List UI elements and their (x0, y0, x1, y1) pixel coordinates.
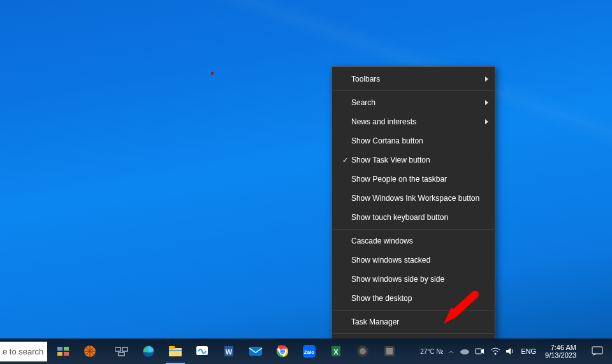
weather-widget[interactable]: 27°C Nang rai rac (418, 346, 443, 357)
app-excel-icon[interactable]: X (323, 339, 349, 364)
menu-label: Show touch keyboard button (351, 213, 479, 222)
svg-rect-7 (115, 347, 120, 351)
menu-item-news-interests[interactable]: News and interests (332, 112, 495, 131)
menu-label: Search (351, 98, 479, 107)
chevron-right-icon (479, 75, 488, 84)
clock-time: 7:46 AM (545, 344, 576, 351)
svg-rect-9 (119, 353, 124, 356)
menu-item-cascade[interactable]: Cascade windows (332, 231, 495, 251)
menu-label: Show Windows Ink Workspace button (351, 194, 479, 203)
app-word-icon[interactable]: W (215, 339, 242, 364)
chevron-right-icon (479, 98, 488, 107)
menu-separator (333, 229, 494, 229)
svg-rect-4 (57, 352, 62, 356)
svg-rect-8 (122, 347, 127, 351)
menu-separator (333, 310, 494, 310)
svg-point-21 (281, 350, 284, 353)
menu-item-sidebyside[interactable]: Show windows side by side (332, 270, 495, 289)
menu-label: Show windows stacked (351, 256, 479, 265)
menu-separator (333, 91, 494, 91)
chevron-right-icon (479, 117, 488, 126)
meet-now-icon[interactable] (475, 347, 485, 355)
app-misc-icon[interactable] (50, 339, 76, 364)
check-icon: ✓ (342, 156, 348, 164)
menu-label: Task Manager (351, 317, 479, 326)
svg-rect-2 (57, 347, 62, 351)
action-center-button[interactable] (585, 339, 609, 364)
stray-pixel (211, 72, 214, 75)
menu-label: Toolbars (351, 75, 479, 84)
app-mail-icon[interactable] (242, 339, 269, 364)
svg-rect-33 (476, 349, 481, 354)
svg-point-27 (360, 348, 366, 354)
menu-item-task-manager[interactable]: Task Manager (332, 312, 495, 331)
menu-item-toolbars[interactable]: Toolbars (332, 69, 495, 89)
svg-text:Zalo: Zalo (304, 349, 315, 355)
weather-text: 27°C Nang rai rac (420, 348, 443, 355)
menu-label: Show Task View button (351, 156, 479, 164)
menu-item-show-ink[interactable]: Show Windows Ink Workspace button (332, 189, 495, 208)
svg-rect-35 (592, 347, 602, 354)
svg-rect-5 (64, 352, 69, 356)
windows-desktop[interactable]: Toolbars Search News and interests Show … (0, 0, 612, 364)
menu-separator (333, 333, 494, 334)
svg-point-32 (460, 349, 469, 354)
taskbar-context-menu: Toolbars Search News and interests Show … (332, 66, 495, 364)
svg-rect-12 (169, 346, 175, 349)
app-app2-icon[interactable] (376, 339, 403, 364)
menu-item-search[interactable]: Search (332, 93, 495, 112)
search-input[interactable]: e to search (0, 342, 47, 361)
pinned-apps: W Zalo X (50, 339, 403, 364)
task-view-button[interactable] (108, 339, 135, 364)
svg-rect-29 (386, 348, 393, 354)
svg-rect-17 (249, 347, 262, 356)
menu-label: News and interests (351, 117, 479, 126)
app-whiteboard-icon[interactable] (189, 339, 215, 364)
menu-label: Cascade windows (351, 237, 479, 245)
svg-text:W: W (226, 348, 233, 356)
onedrive-icon[interactable] (460, 347, 470, 355)
menu-label: Show windows side by side (351, 275, 479, 284)
app-basketball-icon[interactable] (76, 339, 103, 364)
menu-label: Show Cortana button (351, 136, 479, 145)
notification-icon (592, 346, 603, 356)
language-indicator[interactable]: ENG (521, 347, 536, 355)
taskbar[interactable]: e to search W (0, 339, 612, 364)
app-file-explorer-icon[interactable] (162, 339, 189, 364)
app-app1-icon[interactable] (349, 339, 376, 364)
tray-overflow-button[interactable]: ︿ (448, 347, 455, 356)
wifi-icon[interactable] (490, 347, 500, 356)
svg-point-34 (495, 353, 497, 355)
menu-item-show-cortana[interactable]: Show Cortana button (332, 131, 495, 150)
svg-text:X: X (333, 348, 339, 356)
menu-item-show-people[interactable]: Show People on the taskbar (332, 170, 495, 189)
menu-item-show-touchkb[interactable]: Show touch keyboard button (332, 208, 495, 227)
menu-item-show-desktop[interactable]: Show the desktop (332, 289, 495, 308)
menu-label: Show the desktop (351, 294, 479, 303)
menu-label: Show People on the taskbar (351, 175, 479, 184)
app-chrome-icon[interactable] (269, 339, 296, 364)
search-placeholder: e to search (3, 347, 43, 356)
volume-icon[interactable] (506, 347, 516, 356)
app-edge-icon[interactable] (135, 339, 162, 364)
svg-rect-3 (64, 347, 69, 351)
system-tray: 27°C Nang rai rac ︿ ENG 7:46 AM 9/13/202… (418, 339, 612, 364)
app-zalo-icon[interactable]: Zalo (296, 339, 323, 364)
svg-rect-13 (169, 350, 182, 351)
clock[interactable]: 7:46 AM 9/13/2023 (541, 344, 580, 359)
menu-item-show-taskview[interactable]: ✓ Show Task View button (332, 150, 495, 170)
menu-item-stacked[interactable]: Show windows stacked (332, 251, 495, 270)
clock-date: 9/13/2023 (545, 351, 576, 359)
